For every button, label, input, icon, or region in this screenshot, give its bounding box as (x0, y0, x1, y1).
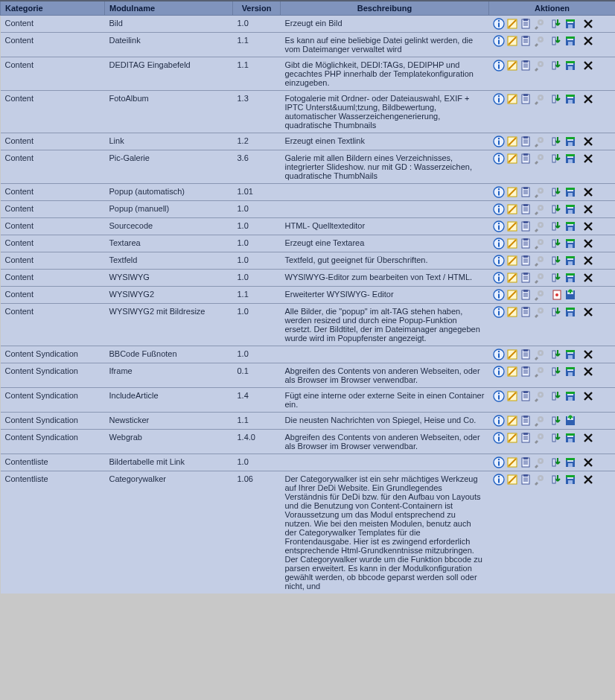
save-icon[interactable] (564, 35, 576, 47)
info-icon[interactable] (493, 349, 505, 360)
info-icon[interactable] (493, 272, 505, 284)
save-icon[interactable] (564, 238, 576, 249)
edit-icon[interactable] (506, 238, 518, 249)
config-icon[interactable] (533, 238, 545, 249)
delete-icon[interactable] (582, 153, 594, 165)
clipboard-icon[interactable] (520, 238, 532, 249)
delete-icon[interactable] (582, 306, 594, 318)
clipboard-icon[interactable] (520, 203, 532, 215)
save-icon[interactable] (564, 136, 576, 147)
import-icon[interactable] (551, 18, 563, 30)
config-icon[interactable] (533, 255, 545, 267)
delete-icon[interactable] (582, 60, 594, 71)
edit-icon[interactable] (506, 366, 518, 378)
clipboard-icon[interactable] (520, 153, 532, 165)
edit-icon[interactable] (506, 60, 518, 71)
config-icon[interactable] (533, 456, 545, 468)
edit-icon[interactable] (506, 136, 518, 147)
edit-icon[interactable] (506, 349, 518, 360)
delete-icon[interactable] (582, 255, 594, 267)
import-icon[interactable] (551, 238, 563, 249)
import-icon[interactable] (551, 186, 563, 198)
config-icon[interactable] (533, 203, 545, 215)
import-icon[interactable] (551, 203, 563, 215)
config-icon[interactable] (533, 220, 545, 232)
config-icon[interactable] (533, 153, 545, 165)
delete-icon[interactable] (582, 35, 594, 47)
clipboard-icon[interactable] (520, 18, 532, 30)
save-icon[interactable] (564, 255, 576, 267)
info-icon[interactable] (493, 415, 505, 427)
edit-icon[interactable] (506, 255, 518, 267)
config-icon[interactable] (533, 349, 545, 360)
delete-icon[interactable] (582, 456, 594, 468)
info-icon[interactable] (493, 186, 505, 198)
info-icon[interactable] (493, 35, 505, 47)
edit-icon[interactable] (506, 456, 518, 468)
clipboard-icon[interactable] (520, 456, 532, 468)
edit-icon[interactable] (506, 203, 518, 215)
clipboard-icon[interactable] (520, 289, 532, 301)
save-icon[interactable] (564, 220, 576, 232)
clipboard-icon[interactable] (520, 220, 532, 232)
delete-icon[interactable] (582, 93, 594, 105)
save-icon[interactable] (564, 186, 576, 198)
delete-icon[interactable] (582, 238, 594, 249)
info-icon[interactable] (493, 456, 505, 468)
config-icon[interactable] (533, 136, 545, 147)
save-icon[interactable] (564, 272, 576, 284)
clipboard-icon[interactable] (520, 186, 532, 198)
delete-icon[interactable] (582, 474, 594, 486)
info-icon[interactable] (493, 93, 505, 105)
clipboard-icon[interactable] (520, 93, 532, 105)
edit-icon[interactable] (506, 289, 518, 301)
edit-icon[interactable] (506, 220, 518, 232)
save-icon[interactable] (564, 18, 576, 30)
delete-icon[interactable] (582, 186, 594, 198)
save-icon[interactable] (564, 390, 576, 402)
delete-icon[interactable] (582, 272, 594, 284)
delete-icon[interactable] (582, 220, 594, 232)
clipboard-icon[interactable] (520, 306, 532, 318)
edit-icon[interactable] (506, 153, 518, 165)
info-icon[interactable] (493, 220, 505, 232)
export-icon[interactable] (564, 289, 576, 301)
import-icon[interactable] (551, 474, 563, 486)
config-icon[interactable] (533, 432, 545, 444)
edit-icon[interactable] (506, 35, 518, 47)
config-icon[interactable] (533, 306, 545, 318)
edit-icon[interactable] (506, 432, 518, 444)
import-icon[interactable] (551, 272, 563, 284)
config-icon[interactable] (533, 60, 545, 71)
import-icon[interactable] (551, 390, 563, 402)
info-icon[interactable] (493, 474, 505, 486)
import-icon[interactable] (551, 93, 563, 105)
config-icon[interactable] (533, 415, 545, 427)
save-icon[interactable] (564, 93, 576, 105)
save-icon[interactable] (564, 60, 576, 71)
clipboard-icon[interactable] (520, 474, 532, 486)
delete-icon[interactable] (582, 390, 594, 402)
config-icon[interactable] (533, 35, 545, 47)
info-icon[interactable] (493, 366, 505, 378)
info-icon[interactable] (493, 153, 505, 165)
info-icon[interactable] (493, 60, 505, 71)
info-icon[interactable] (493, 306, 505, 318)
info-icon[interactable] (493, 390, 505, 402)
import-icon[interactable] (551, 456, 563, 468)
config-icon[interactable] (533, 390, 545, 402)
info-icon[interactable] (493, 136, 505, 147)
import-icon[interactable] (551, 415, 563, 427)
delete-icon[interactable] (582, 136, 594, 147)
edit-icon[interactable] (506, 272, 518, 284)
edit-icon[interactable] (506, 93, 518, 105)
clipboard-icon[interactable] (520, 390, 532, 402)
import-icon[interactable] (551, 366, 563, 378)
import-icon[interactable] (551, 153, 563, 165)
edit-icon[interactable] (506, 415, 518, 427)
export-icon[interactable] (564, 415, 576, 427)
delete-icon[interactable] (582, 203, 594, 215)
clipboard-icon[interactable] (520, 415, 532, 427)
delete-icon[interactable] (582, 432, 594, 444)
edit-icon[interactable] (506, 18, 518, 30)
